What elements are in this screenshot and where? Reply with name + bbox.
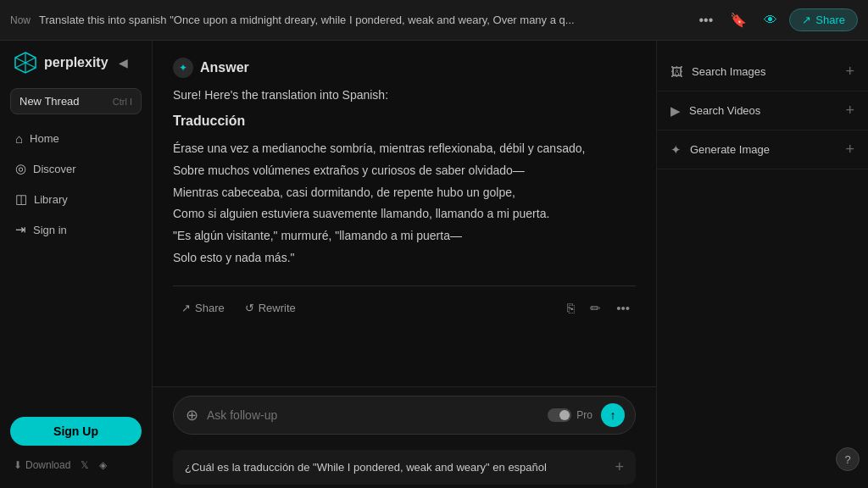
generate-image-plus-icon: +	[845, 141, 854, 158]
discord-icon: ◈	[99, 459, 107, 471]
download-link[interactable]: ⬇ Download	[14, 459, 70, 471]
followup-input[interactable]	[207, 408, 539, 422]
sidebar-item-home[interactable]: ⌂ Home	[7, 125, 145, 152]
copy-button[interactable]: ⎘	[561, 297, 581, 319]
bookmark-button[interactable]: 🔖	[725, 8, 752, 31]
edit-button[interactable]: ✏	[584, 297, 607, 320]
logo-area: perplexity ◀	[0, 51, 152, 85]
sidebar-item-library-label: Library	[34, 193, 68, 206]
search-videos-icon: ▶	[670, 103, 681, 119]
action-bar: ↗ Share ↺ Rewrite ⎘ ✏ •••	[173, 286, 636, 320]
content-area: ✦ Answer Sure! Here's the translation in…	[153, 41, 868, 488]
topbar: Now Translate this into spanish "Once up…	[0, 0, 868, 41]
suggestion-text-0: ¿Cuál es la traducción de "While I ponde…	[185, 461, 547, 474]
sidebar-toggle-button[interactable]: ◀	[115, 54, 131, 71]
translation-line-5: "Es algún visitante," murmuré, "llamando…	[173, 226, 636, 247]
right-panel: 🖼 Search Images + ▶ Search Videos + ✦ Ge…	[656, 41, 868, 488]
search-images-label: Search Images	[692, 65, 765, 78]
answer-intro: Sure! Here's the translation into Spanis…	[173, 88, 636, 102]
logo-text: perplexity	[44, 55, 108, 70]
more-options-button[interactable]: •••	[693, 9, 718, 31]
translation-line-1: Érase una vez a medianoche sombría, mien…	[173, 139, 636, 159]
sidebar-item-discover[interactable]: ◎ Discover	[7, 154, 145, 183]
sidebar-footer: ⬇ Download 𝕏 ◈	[0, 449, 152, 478]
panel-item-search-videos[interactable]: ▶ Search Videos +	[657, 92, 868, 130]
pro-toggle: Pro	[548, 408, 593, 422]
help-button[interactable]: ?	[836, 447, 860, 471]
discord-link[interactable]: ◈	[99, 459, 107, 471]
rewrite-icon: ↺	[245, 302, 254, 314]
followup-bar: ⊕ Pro ↑	[173, 396, 636, 435]
translation-line-6: Solo esto y nada más."	[173, 248, 636, 269]
sidebar-item-signin-label: Sign in	[33, 224, 67, 236]
sidebar-item-home-label: Home	[30, 132, 59, 145]
suggestion-bar: ¿Cuál es la traducción de "While I ponde…	[153, 443, 656, 488]
sidebar: perplexity ◀ New Thread Ctrl I ⌂ Home ◎ …	[0, 41, 153, 488]
translation-line-4: Como si alguien estuviera suavemente lla…	[173, 204, 636, 225]
translation-line-2: Sobre muchos volúmenes extraños y curios…	[173, 161, 636, 181]
send-button[interactable]: ↑	[601, 403, 625, 427]
signin-icon: ⇥	[15, 222, 26, 237]
panel-item-generate-image[interactable]: ✦ Generate Image +	[657, 130, 868, 169]
followup-area: ⊕ Pro ↑	[153, 386, 656, 443]
logo-icon	[14, 51, 37, 75]
topbar-icons: ••• 🔖 👁 ↗ Share	[693, 8, 858, 31]
rewrite-label: Rewrite	[259, 302, 296, 314]
generate-image-label: Generate Image	[690, 143, 770, 156]
generate-image-icon: ✦	[670, 142, 682, 158]
answer-header: ✦ Answer	[173, 58, 636, 78]
sidebar-item-discover-label: Discover	[33, 163, 76, 175]
twitter-icon: 𝕏	[81, 459, 89, 471]
download-icon: ⬇	[14, 459, 22, 471]
sidebar-item-library[interactable]: ◫ Library	[7, 185, 145, 214]
translation-line-3: Mientras cabeceaba, casi dormitando, de …	[173, 183, 636, 203]
main-content: ✦ Answer Sure! Here's the translation in…	[153, 41, 656, 386]
search-images-icon: 🖼	[670, 64, 683, 79]
rewrite-button[interactable]: ↺ Rewrite	[236, 297, 304, 319]
twitter-link[interactable]: 𝕏	[81, 459, 89, 471]
search-images-plus-icon: +	[845, 63, 854, 80]
section-heading: Traducción	[173, 114, 636, 129]
share-btn-label: Share	[195, 302, 225, 314]
share-header-button[interactable]: ↗ Share	[789, 8, 858, 31]
search-videos-label: Search Videos	[689, 104, 760, 117]
answer-title: Answer	[200, 60, 249, 75]
suggestion-plus-icon: +	[615, 458, 624, 476]
suggestion-item-0[interactable]: ¿Cuál es la traducción de "While I ponde…	[173, 450, 636, 485]
library-icon: ◫	[15, 191, 27, 207]
sidebar-item-signin[interactable]: ⇥ Sign in	[7, 215, 145, 244]
view-button[interactable]: 👁	[759, 9, 782, 31]
sidebar-nav: ⌂ Home ◎ Discover ◫ Library ⇥ Sign in	[0, 125, 152, 410]
topbar-query: Translate this into spanish "Once upon a…	[39, 14, 685, 26]
share-header-label: Share	[815, 14, 845, 26]
new-thread-label: New Thread	[19, 95, 80, 108]
share-button[interactable]: ↗ Share	[173, 297, 233, 319]
panel-item-search-images[interactable]: 🖼 Search Images +	[657, 53, 868, 92]
translation-text: Érase una vez a medianoche sombría, mien…	[173, 139, 636, 269]
answer-icon: ✦	[173, 58, 193, 78]
signup-button[interactable]: Sign Up	[10, 417, 142, 446]
share-btn-icon: ↗	[181, 302, 191, 314]
pro-label: Pro	[576, 409, 593, 421]
pro-toggle-switch[interactable]	[548, 408, 571, 422]
home-icon: ⌂	[15, 131, 23, 146]
discover-icon: ◎	[15, 161, 26, 176]
more-answer-button[interactable]: •••	[610, 297, 636, 319]
topbar-time: Now	[10, 14, 31, 26]
attach-button[interactable]: ⊕	[186, 406, 198, 424]
share-icon: ↗	[802, 14, 811, 26]
new-thread-shortcut: Ctrl I	[113, 97, 132, 107]
main-layout: perplexity ◀ New Thread Ctrl I ⌂ Home ◎ …	[0, 41, 868, 488]
search-videos-plus-icon: +	[845, 102, 854, 119]
new-thread-button[interactable]: New Thread Ctrl I	[10, 88, 142, 114]
